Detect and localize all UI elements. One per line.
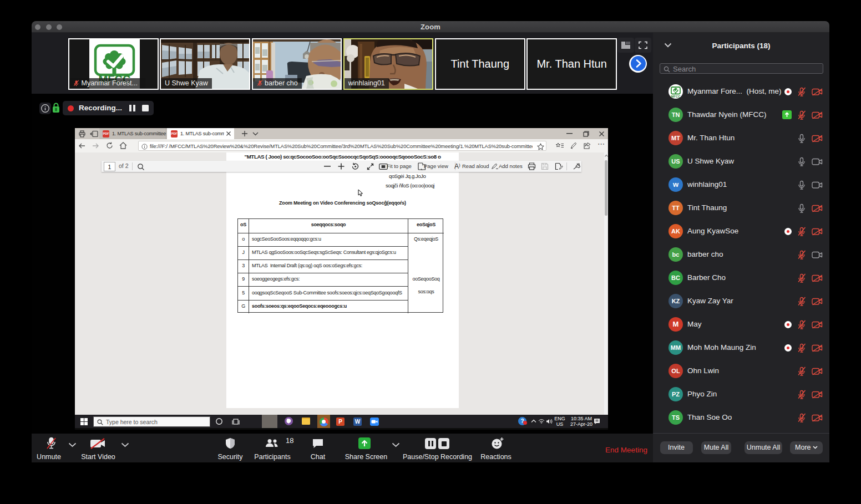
- svg-text:MFCC: MFCC: [671, 95, 681, 98]
